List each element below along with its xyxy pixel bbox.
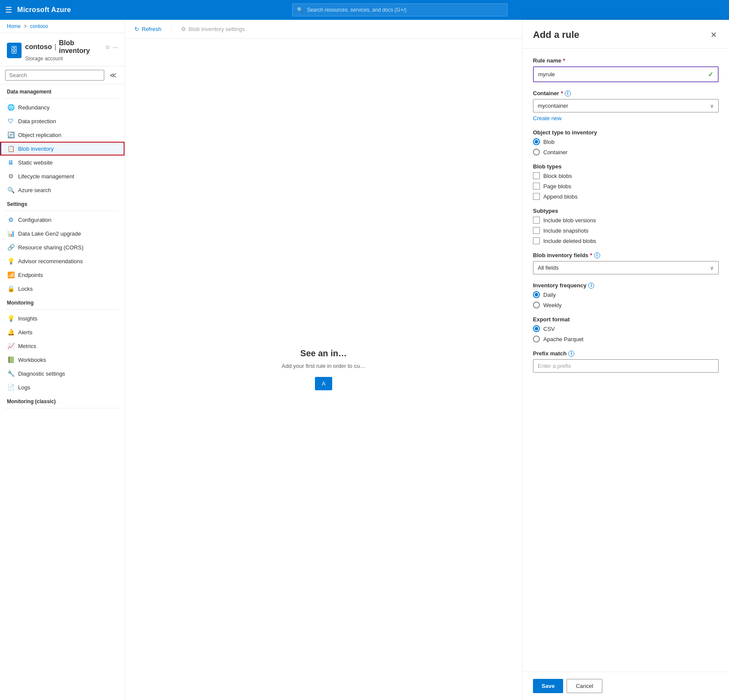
container-info-icon[interactable]: i — [565, 90, 571, 96]
sidebar-item-metrics[interactable]: 📈 Metrics — [0, 339, 125, 353]
sidebar-item-data-protection[interactable]: 🛡 Data protection — [0, 114, 125, 128]
sidebar-label-locks: Locks — [18, 286, 33, 292]
object-replication-icon: 🔄 — [7, 131, 15, 139]
panel-body: Rule name * ✓ Container * i mycontainer … — [523, 49, 729, 672]
checkbox-block-blobs[interactable]: Block blobs — [533, 172, 719, 179]
panel-close-button[interactable]: ✕ — [709, 28, 719, 41]
radio-weekly-label: Weekly — [543, 302, 561, 308]
sidebar-item-diagnostic-settings[interactable]: 🔧 Diagnostic settings — [0, 367, 125, 380]
alerts-icon: 🔔 — [7, 328, 15, 336]
breadcrumb-separator: > — [24, 23, 27, 29]
container-chevron-icon: ∨ — [710, 103, 714, 109]
radio-blob-btn — [533, 138, 540, 145]
radio-daily[interactable]: Daily — [533, 291, 719, 298]
favorite-icon[interactable]: ☆ — [105, 44, 110, 50]
sidebar-item-object-replication[interactable]: 🔄 Object replication — [0, 128, 125, 142]
sidebar-label-endpoints: Endpoints — [18, 272, 43, 278]
radio-blob[interactable]: Blob — [533, 138, 719, 145]
checkbox-include-snapshots[interactable]: Include snapshots — [533, 227, 719, 234]
sidebar-label-cors: Resource sharing (CORS) — [18, 244, 84, 251]
rule-name-required: * — [563, 57, 565, 64]
checkbox-include-blob-versions[interactable]: Include blob versions — [533, 217, 719, 224]
container-dropdown[interactable]: mycontainer ∨ — [533, 99, 719, 112]
checkbox-append-blobs[interactable]: Append blobs — [533, 193, 719, 200]
sidebar-collapse-button[interactable]: ≪ — [107, 70, 119, 80]
content-main: See an in… Add your first rule in order … — [125, 39, 522, 700]
checkbox-page-blobs[interactable]: Page blobs — [533, 183, 719, 190]
add-rule-content-button[interactable]: A — [315, 377, 333, 390]
checkbox-block-blobs-label: Block blobs — [543, 173, 572, 179]
sidebar-item-redundancy[interactable]: 🌐 Redundancy — [0, 100, 125, 114]
hamburger-menu[interactable]: ☰ — [5, 5, 12, 15]
radio-container[interactable]: Container — [533, 149, 719, 156]
radio-csv[interactable]: CSV — [533, 325, 719, 332]
lifecycle-management-icon: ⚙ — [7, 172, 15, 180]
create-new-container-link[interactable]: Create new — [533, 115, 719, 121]
global-search-bar[interactable]: 🔍 Search resources, services, and docs (… — [292, 3, 508, 16]
resource-page-title: Blob inventory — [59, 39, 103, 55]
inventory-fields-dropdown[interactable]: All fields ∨ — [533, 261, 719, 274]
checkbox-include-deleted-blobs[interactable]: Include deleted blobs — [533, 237, 719, 244]
rule-name-group: Rule name * ✓ — [533, 57, 719, 82]
frequency-info-icon[interactable]: i — [588, 283, 594, 289]
sidebar-item-insights[interactable]: 💡 Insights — [0, 311, 125, 325]
sidebar-search-input[interactable] — [5, 70, 104, 81]
radio-apache-parquet[interactable]: Apache Parquet — [533, 336, 719, 342]
sidebar-item-datalake[interactable]: 📊 Data Lake Gen2 upgrade — [0, 227, 125, 240]
blob-inventory-icon: 📋 — [7, 145, 15, 152]
static-website-icon: 🖥 — [7, 159, 15, 166]
save-button[interactable]: Save — [533, 679, 563, 693]
sidebar-item-lifecycle-management[interactable]: ⚙ Lifecycle management — [0, 169, 125, 183]
sidebar-item-cors[interactable]: 🔗 Resource sharing (CORS) — [0, 240, 125, 254]
refresh-icon: ↻ — [134, 26, 139, 32]
container-group: Container * i mycontainer ∨ Create new — [533, 90, 719, 121]
radio-container-label: Container — [543, 149, 567, 156]
checkbox-deleted-blobs-label: Include deleted blobs — [543, 238, 596, 244]
inventory-settings-button[interactable]: ⚙ Blob inventory settings — [178, 24, 248, 34]
sidebar-label-configuration: Configuration — [18, 217, 51, 223]
rule-name-input[interactable] — [538, 71, 708, 78]
section-monitoring-classic: Monitoring (classic) — [0, 394, 125, 406]
sidebar-label-blob-inventory: Blob inventory — [18, 146, 53, 152]
checkbox-page-blobs-label: Page blobs — [543, 183, 571, 190]
radio-container-btn — [533, 149, 540, 156]
refresh-button[interactable]: ↻ Refresh — [132, 24, 164, 34]
radio-weekly[interactable]: Weekly — [533, 302, 719, 308]
frequency-group: Inventory frequency i Daily Weekly — [533, 282, 719, 308]
sidebar-label-azure-search: Azure search — [18, 187, 51, 193]
more-options-icon[interactable]: ··· — [113, 44, 118, 50]
main-layout: Home > contoso 🗄 contoso | Blob inventor… — [0, 20, 729, 700]
breadcrumb-home[interactable]: Home — [7, 23, 21, 29]
sidebar-label-redundancy: Redundancy — [18, 104, 50, 111]
sidebar-item-locks[interactable]: 🔒 Locks — [0, 282, 125, 296]
inventory-fields-chevron-icon: ∨ — [710, 265, 714, 271]
prefix-match-input[interactable] — [533, 359, 719, 373]
inventory-fields-info-icon[interactable]: i — [594, 252, 600, 258]
sidebar-item-workbooks[interactable]: 📗 Workbooks — [0, 353, 125, 367]
sidebar-item-configuration[interactable]: ⚙ Configuration — [0, 213, 125, 227]
sidebar-item-blob-inventory[interactable]: 📋 Blob inventory — [0, 142, 125, 156]
checkbox-blob-versions-box — [533, 217, 540, 224]
breadcrumb-current[interactable]: contoso — [30, 23, 48, 29]
sidebar-item-azure-search[interactable]: 🔍 Azure search — [0, 183, 125, 197]
settings-label: Blob inventory settings — [189, 26, 245, 32]
sidebar-item-logs[interactable]: 📄 Logs — [0, 380, 125, 394]
frequency-radio-group: Daily Weekly — [533, 291, 719, 308]
sidebar-nav: Data management 🌐 Redundancy 🛡 Data prot… — [0, 84, 125, 700]
sidebar-item-alerts[interactable]: 🔔 Alerts — [0, 325, 125, 339]
refresh-label: Refresh — [142, 26, 162, 32]
rule-name-label: Rule name * — [533, 57, 719, 64]
empty-state-title: See an in… — [300, 348, 347, 358]
sidebar-label-insights: Insights — [18, 315, 37, 322]
sidebar-label-datalake: Data Lake Gen2 upgrade — [18, 230, 81, 237]
sidebar-item-advisor[interactable]: 💡 Advisor recommendations — [0, 254, 125, 268]
sidebar-item-static-website[interactable]: 🖥 Static website — [0, 156, 125, 169]
radio-csv-label: CSV — [543, 326, 555, 332]
prefix-match-info-icon[interactable]: i — [568, 351, 574, 357]
data-protection-icon: 🛡 — [7, 117, 15, 125]
rule-name-check-icon: ✓ — [708, 70, 713, 78]
cancel-button[interactable]: Cancel — [567, 679, 602, 693]
sidebar-item-endpoints[interactable]: 📶 Endpoints — [0, 268, 125, 282]
divider-1 — [5, 98, 119, 99]
prefix-match-label: Prefix match i — [533, 350, 719, 357]
